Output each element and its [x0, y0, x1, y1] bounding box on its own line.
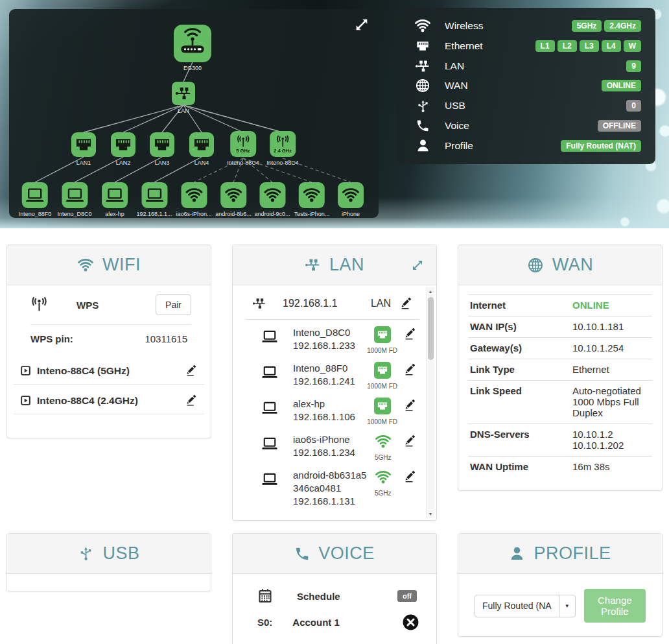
lan-expand-icon[interactable] [410, 258, 425, 272]
usb-card-header: USB [7, 534, 211, 574]
profile-card: PROFILE Fully Routed (NA ▼ Change Profil… [458, 533, 663, 637]
ssid-row-24ghz[interactable]: Inteno-88C4 (2.4GHz) [14, 385, 204, 414]
device-ip: 192.168.1.233 [293, 339, 367, 352]
topology-node-lan2[interactable]: LAN2 [111, 132, 135, 166]
status-badge: W [624, 40, 641, 52]
edit-pencil-icon[interactable] [404, 470, 417, 483]
edit-pencil-icon[interactable] [185, 394, 198, 407]
wifi-device-icon [259, 182, 285, 208]
router-icon [174, 25, 211, 62]
wps-antenna-icon [30, 296, 48, 314]
lan-icon [414, 58, 432, 74]
status-badge: 0 [626, 100, 641, 112]
edit-pencil-icon[interactable] [404, 363, 417, 376]
ethernet-port-icon [111, 132, 135, 157]
laptop-icon [259, 364, 281, 381]
voice-schedule-row: Schedule off [257, 588, 417, 604]
status-badge: 2.4GHz [604, 20, 641, 32]
scrollbar-thumb[interactable] [428, 297, 434, 360]
wps-pin-row: WPS pin: 10311615 [30, 333, 187, 344]
profile-card-body: Fully Routed (NA ▼ Change Profile [458, 574, 662, 636]
line-label: S0: [257, 617, 272, 628]
topology-node-device[interactable]: Inteno_D8C0 [57, 182, 91, 217]
wan-card: WAN Internet ONLINE WAN IP(s) 10.10.1.18… [458, 244, 663, 491]
lan-list-scrollbar[interactable]: ▲ ▼ [426, 287, 434, 518]
device-ip: 192.168.1.131 [293, 495, 369, 508]
wan-card-header: WAN [458, 245, 662, 285]
status-badge: L4 [602, 40, 621, 52]
account-disabled-icon[interactable] [402, 614, 419, 631]
usb-card-body [7, 574, 211, 591]
status-badge: Fully Routed (NAT) [561, 140, 641, 152]
lan-device-row: Inteno_D8C0 192.168.1.233 1000M FD [233, 320, 436, 355]
topology-node-lan3[interactable]: LAN3 [150, 132, 174, 166]
link-speed-caption: 1000M FD [367, 418, 397, 425]
topology-node-lan-switch[interactable]: LAN [172, 82, 195, 114]
laptop-icon [259, 400, 281, 416]
topology-node-device[interactable]: 192.168.1.1... [136, 182, 172, 217]
status-badge: 5GHz [572, 20, 602, 32]
antenna-icon: 5 GHz [230, 131, 256, 157]
wps-row: WPS Pair [30, 294, 191, 325]
ethernet-icon [414, 39, 432, 53]
topology-node-ap-5ghz[interactable]: 5 GHz Inteno-88C4 [227, 131, 259, 166]
topology-node-device[interactable]: android-9c0... [254, 182, 290, 217]
change-profile-button[interactable]: Change Profile [584, 589, 646, 623]
topology-node-device[interactable]: iao6s-iPhon... [176, 182, 211, 217]
edit-pencil-icon[interactable] [185, 364, 198, 377]
lan-icon [305, 257, 321, 273]
card-title: WIFI [102, 255, 141, 275]
dashboard-card-grid: WIFI WPS Pair WPS pin: 10311615 Inteno-8… [0, 228, 669, 644]
status-row-voice: Voice OFFLINE [414, 117, 641, 134]
edit-pencil-icon[interactable] [404, 399, 417, 412]
phone-icon [414, 119, 432, 133]
topology-expand-icon[interactable] [353, 16, 370, 33]
lan-switch-icon [172, 82, 195, 105]
edit-pencil-icon[interactable] [400, 297, 413, 310]
ssid-row-5ghz[interactable]: Inteno-88C4 (5GHz) [14, 355, 204, 385]
scrollbar-up-arrow[interactable]: ▲ [427, 287, 434, 296]
laptop-icon [62, 182, 88, 208]
status-row-profile: Profile Fully Routed (NAT) [414, 137, 641, 154]
device-ip: 192.168.1.234 [293, 446, 369, 459]
laptop-icon [259, 328, 281, 345]
user-icon [414, 138, 432, 153]
status-row-ethernet: Ethernet L1 L2 L3 L4 W [414, 38, 641, 54]
topology-node-device[interactable]: iPhone [338, 182, 364, 217]
edit-pencil-icon[interactable] [404, 435, 417, 447]
device-ip: 192.168.1.106 [293, 411, 367, 423]
wan-row-linkspeed: Link Speed Auto-negotiated 1000 Mbps Ful… [468, 380, 652, 423]
topology-node-device[interactable]: alex-hp [102, 182, 128, 217]
wps-pin-label: WPS pin: [30, 333, 73, 344]
card-title: VOICE [318, 543, 375, 564]
wifi-band-caption: 5GHz [375, 454, 392, 461]
status-row-wireless: Wireless 5GHz 2.4GHz [414, 18, 641, 34]
topology-node-router[interactable]: EG300 [174, 25, 211, 71]
chevron-down-icon[interactable]: ▼ [559, 595, 575, 617]
device-name: iao6s-iPhone [293, 433, 369, 446]
ethernet-port-icon [71, 132, 96, 157]
edit-pencil-icon[interactable] [404, 328, 417, 340]
card-title: WAN [552, 255, 594, 275]
status-badge: L3 [580, 40, 599, 52]
link-speed-caption: 1000M FD [367, 383, 397, 390]
device-name: android-8b631a5346ca0481 [293, 469, 369, 495]
laptop-icon [22, 182, 48, 208]
topology-node-lan1[interactable]: LAN1 [71, 132, 96, 166]
topology-node-device[interactable]: Inteno_88F0 [19, 182, 52, 217]
wifi-status-icon [373, 433, 393, 450]
status-row-wan: WAN ONLINE [414, 77, 641, 94]
topology-node-ap-24ghz[interactable]: 2.4 GHz Inteno-88C4 [266, 131, 299, 166]
wan-row-ip: WAN IP(s) 10.10.1.181 [468, 316, 652, 337]
wps-pair-button[interactable]: Pair [156, 294, 191, 315]
ssid-name: Inteno-88C4 (2.4GHz) [37, 395, 138, 407]
topology-node-lan4[interactable]: LAN4 [189, 132, 214, 166]
wps-label: WPS [76, 300, 99, 311]
topology-node-device[interactable]: android-8b6... [215, 182, 252, 217]
status-summary-panel: Wireless 5GHz 2.4GHz Ethernet L1 L2 L3 L… [397, 8, 655, 164]
phone-icon [294, 546, 310, 562]
scrollbar-down-arrow[interactable]: ▼ [427, 510, 434, 518]
profile-select[interactable]: Fully Routed (NA ▼ [475, 595, 576, 617]
topology-node-device[interactable]: Tests-iPhon... [294, 182, 330, 217]
account-name: Account 1 [292, 617, 340, 628]
